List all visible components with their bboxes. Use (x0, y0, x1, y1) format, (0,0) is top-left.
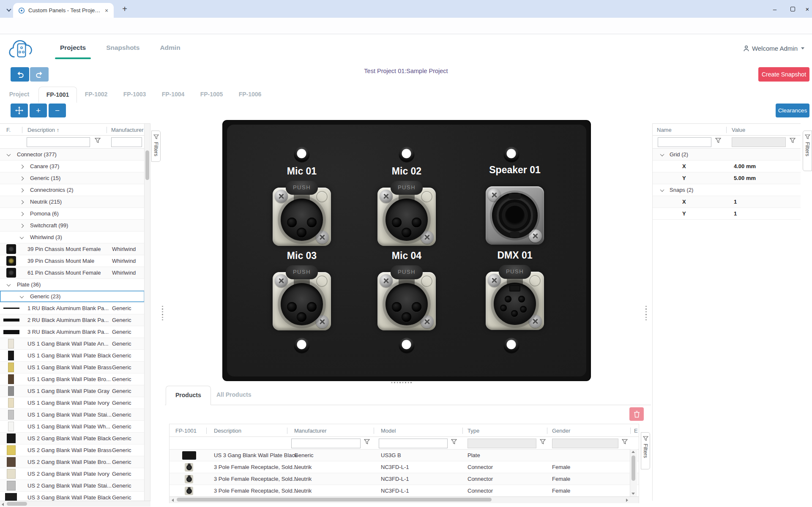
property-row[interactable]: X 4.00 mm (653, 161, 801, 172)
library-vertical-scrollbar[interactable] (144, 124, 150, 501)
panel-connector[interactable]: DMX 01 PUSH (486, 272, 544, 330)
left-splitter-grip[interactable] (162, 306, 163, 320)
scroll-up-arrow-icon[interactable] (632, 451, 635, 453)
col-header-gender[interactable]: Gender (552, 428, 570, 434)
tree-row[interactable]: US 1 Gang Blank Wall Plate An... Generic (0, 338, 145, 350)
panel-connector[interactable]: Mic 01 PUSH (273, 188, 331, 246)
window-minimize-button[interactable]: – (765, 0, 785, 18)
scroll-left-arrow-icon[interactable] (172, 499, 174, 502)
scroll-left-arrow-icon[interactable] (2, 503, 4, 506)
tree-row[interactable]: Plate (36) (0, 279, 145, 291)
col-header-f[interactable]: F. (6, 127, 11, 133)
property-row[interactable]: Snaps (2) (653, 184, 801, 196)
tree-row[interactable]: Neutrik (215) (0, 196, 145, 208)
tree-row[interactable]: US 1 Gang Blank Wall Plate Ivory Generic (0, 397, 145, 409)
col-header-manufacturer[interactable]: Manufacturer (111, 127, 144, 133)
col-header-name[interactable]: Name (657, 127, 672, 133)
tree-row[interactable]: US 2 Gang Blank Wall Plate Brass Generic (0, 444, 145, 456)
new-tab-button[interactable]: + (119, 4, 130, 15)
tree-row[interactable]: Switchcraft (99) (0, 220, 145, 232)
scrollbar-thumb[interactable] (177, 498, 492, 502)
nav-item[interactable]: Admin (150, 41, 190, 57)
delete-product-button[interactable] (629, 407, 644, 421)
tree-row[interactable]: US 1 Gang Blank Wall Plate Black Generic (0, 350, 145, 362)
product-row[interactable]: 3 Pole Female Receptacle, Sold... Neutri… (170, 485, 639, 497)
panel-connector[interactable]: Mic 02 PUSH (377, 188, 436, 246)
tree-row[interactable]: 2 RU Black Aluminum Blank Pa... Generic (0, 314, 145, 326)
tree-row[interactable]: 39 Pin Chassis Mount Female Whirlwind (0, 243, 145, 255)
tab-close-icon[interactable]: × (103, 7, 110, 14)
filter-funnel-icon[interactable] (451, 439, 457, 446)
product-row[interactable]: 3 Pole Female Receptacle, Sold... Neutri… (170, 461, 639, 473)
property-row[interactable]: Y 1 (653, 208, 801, 220)
col-header-model[interactable]: Model (381, 428, 396, 434)
scrollbar-thumb[interactable] (145, 150, 149, 180)
description-filter-input[interactable] (27, 137, 90, 147)
tree-row[interactable]: US 1 Gang Blank Wall Plate Gray Generic (0, 385, 145, 397)
filter-funnel-icon[interactable] (95, 137, 101, 145)
tree-row[interactable]: 3 RU Black Aluminum Blank Pa... Generic (0, 326, 145, 338)
zoom-in-button[interactable]: + (30, 104, 47, 117)
browser-tab[interactable]: Custom Panels - Test Project 01 × (13, 3, 114, 18)
col-header-value[interactable]: Value (732, 127, 745, 133)
name-filter-input[interactable] (658, 137, 711, 147)
view-tab[interactable]: Project (0, 87, 38, 103)
tree-row[interactable]: US 2 Gang Blank Wall Plate Black Generic (0, 433, 145, 444)
create-snapshot-button[interactable]: Create Snapshot (758, 67, 809, 82)
filter-funnel-icon[interactable] (790, 137, 796, 145)
zoom-out-button[interactable]: − (49, 104, 66, 117)
col-header-description[interactable]: Description ↑ (27, 127, 59, 133)
tree-row[interactable]: US 2 Gang Blank Wall Plate Ivory Generic (0, 468, 145, 480)
panel-connector[interactable]: Mic 03 PUSH (273, 272, 331, 330)
view-tab[interactable]: FP-1002 (77, 87, 115, 103)
view-tab[interactable]: FP-1001 (38, 87, 77, 103)
products-horizontal-scrollbar[interactable] (170, 496, 639, 503)
filter-funnel-icon[interactable] (622, 439, 628, 446)
tree-row[interactable]: Whirlwind (3) (0, 232, 145, 243)
tree-row[interactable]: Connectronics (2) (0, 184, 145, 196)
scroll-down-arrow-icon[interactable] (632, 493, 635, 495)
manufacturer-filter-input[interactable] (291, 439, 361, 448)
scroll-right-arrow-icon[interactable] (626, 499, 628, 502)
product-row[interactable]: US 3 Gang Blank Wall Plate Black Generic… (170, 450, 639, 461)
panel-connector[interactable]: Speaker 01 PUSH (486, 186, 544, 245)
filter-funnel-icon[interactable] (715, 137, 721, 145)
scrollbar-thumb[interactable] (7, 502, 27, 506)
clearances-button[interactable]: Clearances (776, 104, 809, 117)
tree-row[interactable]: US 1 Gang Blank Wall Plate Wh... Generic (0, 421, 145, 433)
tree-row[interactable]: US 1 Gang Blank Wall Plate Brass Generic (0, 362, 145, 373)
tree-row[interactable]: US 1 Gang Blank Wall Plate Stai... Gener… (0, 409, 145, 421)
tree-row[interactable]: US 2 Gang Blank Wall Plate Stai... Gener… (0, 480, 145, 492)
nav-item[interactable]: Snapshots (96, 41, 150, 57)
col-header-description[interactable]: Description (214, 428, 241, 434)
pan-move-button[interactable] (11, 104, 28, 117)
right-filters-tab[interactable]: Filters (803, 131, 812, 171)
window-close-button[interactable]: × (798, 0, 812, 18)
app-logo[interactable] (8, 37, 35, 63)
library-horizontal-scrollbar[interactable] (0, 501, 150, 507)
col-header-manufacturer[interactable]: Manufacturer (294, 428, 327, 434)
tree-row[interactable]: 61 Pin Chassis Mount Female Whirlwind (0, 267, 145, 279)
tree-row[interactable]: Canare (37) (0, 161, 145, 172)
property-row[interactable]: X 1 (653, 196, 801, 208)
left-filters-tab[interactable]: Filters (151, 131, 161, 162)
tree-row[interactable]: Connector (377) (0, 149, 145, 161)
tab-products[interactable]: Products (166, 386, 211, 405)
tree-row[interactable]: US 3 Gang Blank Wall Plate Black Generic (0, 492, 145, 501)
bottom-splitter-grip[interactable] (391, 382, 413, 383)
model-filter-input[interactable] (379, 439, 448, 448)
tree-row[interactable]: Generic (23) (0, 291, 145, 303)
view-tab[interactable]: FP-1006 (231, 87, 269, 103)
manufacturer-filter-input[interactable] (111, 137, 142, 147)
products-vertical-scrollbar[interactable] (630, 449, 637, 496)
tree-row[interactable]: 1 RU Black Aluminum Blank Pa... Generic (0, 303, 145, 314)
tree-row[interactable]: Pomona (6) (0, 208, 145, 220)
filter-funnel-icon[interactable] (364, 439, 370, 446)
filter-funnel-icon[interactable] (540, 439, 546, 446)
view-tab[interactable]: FP-1005 (192, 87, 231, 103)
tree-row[interactable]: US 1 Gang Blank Wall Plate Bro... Generi… (0, 373, 145, 385)
view-tab[interactable]: FP-1004 (154, 87, 192, 103)
tab-all-products[interactable]: All Products (207, 386, 260, 405)
scrollbar-thumb[interactable] (632, 455, 635, 481)
view-tab[interactable]: FP-1003 (115, 87, 154, 103)
